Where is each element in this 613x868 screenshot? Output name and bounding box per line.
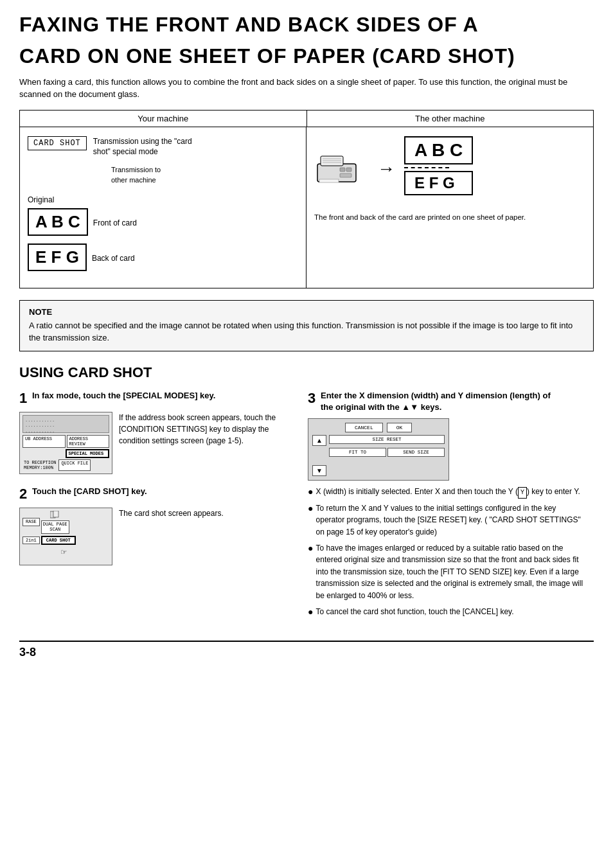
touch-indicator: ☞ xyxy=(61,547,109,558)
title-line2: CARD ON ONE SHEET OF PAPER (CARD SHOT) xyxy=(19,44,594,68)
step3-block: 3 Enter the X dimension (width) and Y di… xyxy=(308,390,583,617)
front-label: Front of card xyxy=(93,218,137,227)
cancel-btn[interactable]: CANCEL xyxy=(345,423,383,432)
quick-file-btn[interactable]: QUICK FILE xyxy=(58,459,91,471)
step3-screen: CANCEL OK ▲ ▼ SIZE RESET FIT TO xyxy=(308,418,449,481)
diagram-table: Your machine The other machine CARD SHOT… xyxy=(19,110,594,288)
card-shot-box: CARD SHOT xyxy=(28,136,87,150)
svg-rect-1 xyxy=(321,156,343,166)
diagram-top-row: CARD SHOT Transmission using the "cardsh… xyxy=(28,136,298,158)
address-review-btn[interactable]: ADDRESS REVIEW xyxy=(67,435,110,448)
step2-screen: RASE DUAL PAGESCAN xyxy=(19,508,112,565)
dashed-separator xyxy=(404,167,449,168)
svg-rect-8 xyxy=(319,179,339,182)
ub-address-btn[interactable]: UB ADDRESS xyxy=(22,435,66,448)
2in1-btn[interactable]: 2in1 xyxy=(22,536,40,544)
fax-machine-icon xyxy=(314,151,366,186)
right-efg-card: E F G xyxy=(404,171,473,195)
steps-left: 1 In fax mode, touch the [SPECIAL MODES]… xyxy=(19,390,295,629)
svg-rect-10 xyxy=(53,511,58,517)
note-title: NOTE xyxy=(29,307,584,317)
efg-row: E F G Back of card xyxy=(28,244,298,274)
fit-to-btn[interactable]: FIT TO xyxy=(329,448,386,457)
card-shot-btn[interactable]: CARD SHOT xyxy=(41,536,76,545)
diagram-body: CARD SHOT Transmission using the "cardsh… xyxy=(20,127,593,288)
right-abc-card: A B C xyxy=(404,136,473,164)
intro-text: When faxing a card, this function allows… xyxy=(19,76,594,101)
svg-rect-6 xyxy=(346,168,351,172)
efg-card: E F G xyxy=(28,244,87,271)
down-arrow-btn[interactable]: ▼ xyxy=(312,465,326,476)
diagram-right: → A B C E F G The front and back of the … xyxy=(306,127,593,288)
back-label: Back of card xyxy=(92,254,135,263)
abc-row: A B C Front of card xyxy=(28,208,298,238)
step1-block: 1 In fax mode, touch the [SPECIAL MODES]… xyxy=(19,390,295,474)
abc-card: A B C xyxy=(28,208,88,236)
up-arrow-btn[interactable]: ▲ xyxy=(312,435,326,446)
dual-page-scan-btn[interactable]: DUAL PAGESCAN xyxy=(41,520,69,534)
title-line1: FAXING THE FRONT AND BACK SIDES OF A xyxy=(19,13,594,37)
step2-content: RASE DUAL PAGESCAN xyxy=(19,508,295,565)
rase-btn[interactable]: RASE xyxy=(22,518,40,526)
step2-block: 2 Touch the [CARD SHOT] key. RASE xyxy=(19,486,295,565)
note-box: NOTE A ratio cannot be specified and the… xyxy=(19,300,594,351)
step3-title: Enter the X dimension (width) and Y dime… xyxy=(321,390,564,413)
bullet-3: ● To have the images enlarged or reduced… xyxy=(308,542,583,602)
step3-number: 3 xyxy=(308,390,315,407)
diagram-left: CARD SHOT Transmission using the "cardsh… xyxy=(20,127,306,288)
diagram-header-left: Your machine xyxy=(20,111,307,127)
original-label: Original xyxy=(28,195,298,204)
step1-display: ........... ........... ........... xyxy=(22,415,109,433)
bullet-4: ● To cancel the card shot function, touc… xyxy=(308,606,583,618)
ok-btn[interactable]: OK xyxy=(387,423,413,432)
steps-right: 3 Enter the X dimension (width) and Y di… xyxy=(308,390,583,629)
diagram-header: Your machine The other machine xyxy=(20,111,593,127)
section-heading: USING CARD SHOT xyxy=(19,364,594,381)
special-modes-btn[interactable]: SPECIAL MODES xyxy=(66,449,110,458)
transmission-other-label: Transmission toother machine xyxy=(111,165,298,185)
bullet-1: ● X (width) is initially selected. Enter… xyxy=(308,486,583,499)
bullet-2: ● To return the X and Y values to the in… xyxy=(308,502,583,538)
diagram-header-right: The other machine xyxy=(307,111,594,127)
note-text: A ratio cannot be specified and the imag… xyxy=(29,319,584,344)
arrow-icon: → xyxy=(377,159,395,179)
step2-number: 2 xyxy=(19,486,27,502)
send-size-btn[interactable]: SEND SIZE xyxy=(387,448,445,457)
step1-desc: If the address book screen appears, touc… xyxy=(119,412,295,474)
step1-screen: ........... ........... ........... UB A… xyxy=(19,412,112,474)
step1-title: In fax mode, touch the [SPECIAL MODES] k… xyxy=(32,390,216,402)
step2-title: Touch the [CARD SHOT] key. xyxy=(32,486,147,497)
step2-desc: The card shot screen appears. xyxy=(119,508,295,565)
right-note: The front and back of the card are print… xyxy=(314,212,585,223)
step1-content: ........... ........... ........... UB A… xyxy=(19,412,295,474)
page-title: FAXING THE FRONT AND BACK SIDES OF A CAR… xyxy=(19,13,594,68)
step1-number: 1 xyxy=(19,390,27,407)
steps-container: 1 In fax mode, touch the [SPECIAL MODES]… xyxy=(19,390,594,629)
size-reset-btn[interactable]: SIZE RESET xyxy=(329,435,445,444)
bullet-list: ● X (width) is initially selected. Enter… xyxy=(308,486,583,617)
page-number: 3-8 xyxy=(19,641,594,659)
svg-rect-7 xyxy=(340,173,351,177)
transmission-label: Transmission using the "cardshot" specia… xyxy=(93,136,192,158)
svg-rect-5 xyxy=(340,168,345,172)
